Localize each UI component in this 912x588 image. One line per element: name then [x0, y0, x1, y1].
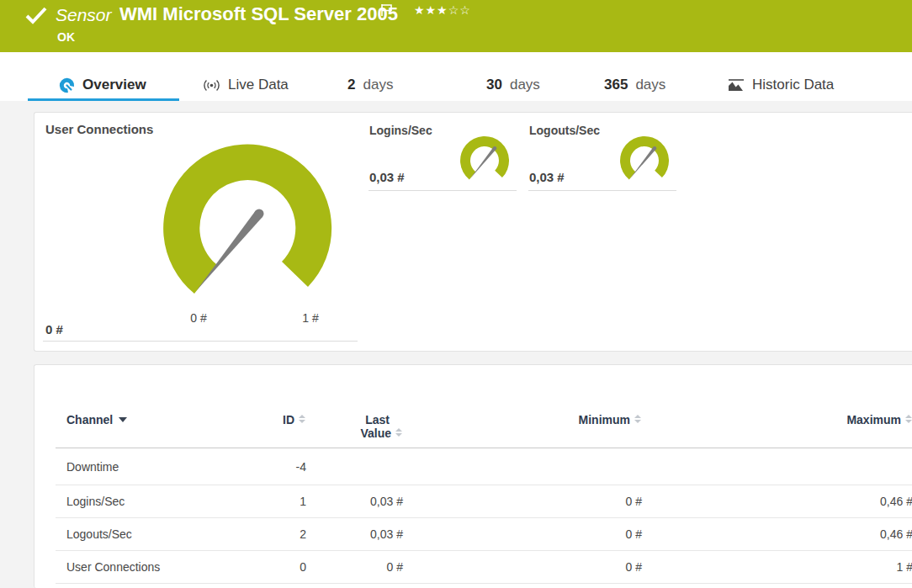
area-chart-icon	[728, 77, 745, 93]
page-title: WMI Microsoft SQL Server 2005	[119, 3, 398, 25]
divider	[369, 190, 517, 191]
table-row[interactable]: Logouts/Sec 2 0,03 # 0 # 0,46 #	[56, 518, 912, 551]
channel-id: 1	[199, 485, 306, 518]
column-header-last-value[interactable]: Last Value	[306, 403, 403, 448]
status-badge: OK	[57, 30, 75, 44]
stars-empty: ☆☆	[448, 3, 471, 17]
column-header-id[interactable]: ID	[199, 403, 306, 448]
star-rating[interactable]: ★★★☆☆	[414, 3, 471, 17]
sensor-header: Sensor WMI Microsoft SQL Server 2005 ★★★…	[0, 0, 912, 52]
sort-updown-icon	[395, 428, 403, 437]
tab-2-days-unit: days	[363, 77, 393, 93]
flag-icon[interactable]	[380, 3, 394, 17]
column-header-channel[interactable]: Channel	[56, 403, 199, 448]
channel-name[interactable]: User Connections	[56, 551, 199, 584]
table-row[interactable]: Downtime -4	[56, 448, 912, 485]
channel-table: Channel ID Last Value Minimum Maximum	[56, 403, 912, 584]
channel-minimum: 0 #	[403, 518, 642, 551]
tab-bar: Overview Live Data 2 days 30 days 365 da…	[0, 52, 912, 101]
channel-maximum: 1 #	[642, 551, 912, 584]
logouts-gauge-title: Logouts/Sec	[529, 124, 600, 137]
channel-minimum: 0 #	[403, 551, 642, 584]
tab-live-data-label: Live Data	[228, 77, 289, 93]
table-header-row: Channel ID Last Value Minimum Maximum	[56, 403, 912, 448]
tab-30-days-number: 30	[486, 77, 502, 93]
divider	[528, 190, 676, 191]
tab-historic-data-label: Historic Data	[752, 77, 834, 93]
channel-name[interactable]: Logins/Sec	[56, 485, 199, 518]
channel-id: -4	[199, 448, 306, 485]
main-gauge-scale-min: 0 #	[173, 311, 224, 325]
gauges-card: User Connections 0 # 1 # 0 # Logins/Sec …	[34, 112, 912, 352]
tab-historic-data[interactable]: Historic Data	[728, 77, 834, 93]
sort-updown-icon	[905, 415, 912, 423]
column-header-channel-label: Channel	[66, 413, 113, 426]
main-gauge-title: User Connections	[45, 122, 153, 136]
column-header-id-label: ID	[283, 413, 294, 426]
tab-overview-label: Overview	[82, 77, 146, 93]
logouts-gauge	[619, 135, 670, 186]
channel-name[interactable]: Downtime	[56, 448, 199, 485]
table-row[interactable]: Logins/Sec 1 0,03 # 0 # 0,46 #	[56, 485, 912, 518]
sensor-type-label: Sensor	[56, 5, 112, 25]
gauge-icon	[59, 77, 75, 93]
broadcast-icon	[203, 77, 220, 93]
tab-365-days-number: 365	[604, 77, 628, 93]
channel-minimum: 0 #	[403, 485, 642, 518]
channel-maximum: 0,46 #	[642, 518, 912, 551]
table-row[interactable]: User Connections 0 0 # 0 # 1 #	[56, 551, 912, 584]
channel-last-value	[306, 448, 403, 485]
column-header-minimum[interactable]: Minimum	[403, 403, 642, 448]
sort-desc-caret-icon	[119, 417, 127, 422]
logins-gauge	[459, 135, 510, 186]
channel-id: 2	[199, 518, 306, 551]
tab-30-days-unit: days	[510, 77, 540, 93]
channel-id: 0	[199, 551, 306, 584]
channel-maximum: 0,46 #	[642, 485, 912, 518]
column-header-maximum-label: Maximum	[846, 413, 901, 426]
column-header-maximum[interactable]: Maximum	[642, 403, 912, 448]
tab-live-data[interactable]: Live Data	[203, 77, 289, 93]
logins-gauge-value: 0,03 #	[369, 170, 405, 184]
tab-2-days-number: 2	[347, 77, 355, 93]
tab-365-days[interactable]: 365 days	[604, 77, 665, 93]
status-check-icon	[24, 7, 48, 25]
column-header-value-label: Value	[360, 426, 391, 440]
sort-updown-icon	[299, 415, 306, 423]
channel-name[interactable]: Logouts/Sec	[56, 518, 199, 551]
logins-gauge-title: Logins/Sec	[369, 124, 432, 137]
logouts-gauge-value: 0,03 #	[529, 170, 565, 184]
tab-365-days-unit: days	[635, 77, 665, 93]
prtg-sensor-page: Sensor WMI Microsoft SQL Server 2005 ★★★…	[0, 0, 912, 588]
channel-last-value: 0,03 #	[306, 518, 403, 551]
channel-last-value: 0,03 #	[306, 485, 403, 518]
active-tab-underline	[28, 98, 179, 101]
divider	[43, 341, 358, 342]
main-gauge-value: 0 #	[45, 322, 63, 336]
channel-minimum	[403, 448, 642, 485]
column-header-last-label: Last	[306, 413, 403, 426]
tab-overview[interactable]: Overview	[59, 77, 146, 93]
main-gauge-scale-max: 1 #	[285, 311, 336, 325]
column-header-minimum-label: Minimum	[579, 413, 630, 426]
stars-filled: ★★★	[414, 3, 448, 17]
channel-last-value: 0 #	[306, 551, 403, 584]
tab-30-days[interactable]: 30 days	[486, 77, 540, 93]
sort-updown-icon	[634, 415, 642, 423]
channels-card: Channel ID Last Value Minimum Maximum	[34, 364, 912, 588]
channel-maximum	[642, 448, 912, 485]
tab-2-days[interactable]: 2 days	[347, 77, 393, 93]
